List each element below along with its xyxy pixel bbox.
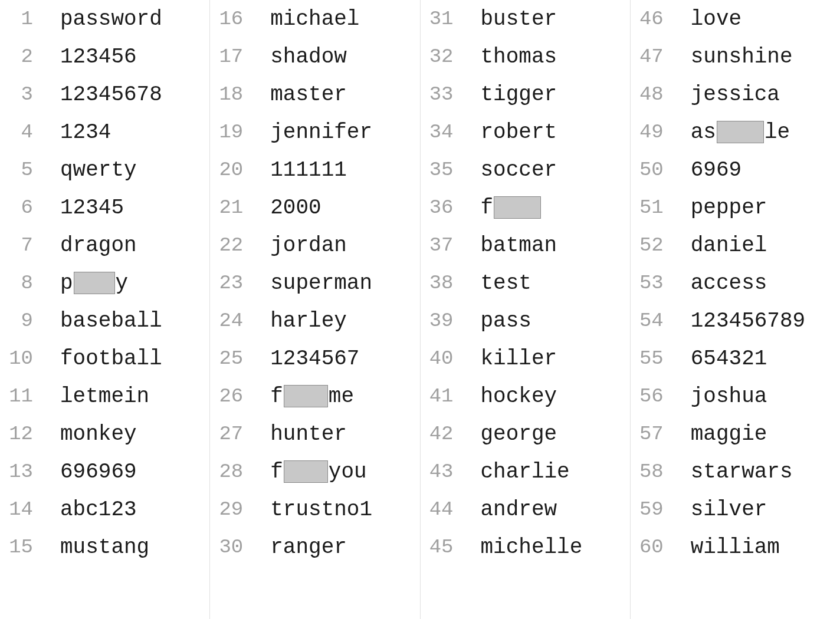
password-value: 12345 [41,196,209,220]
text-suffix: you [329,460,367,484]
list-row: 38test [421,264,630,302]
line-number: 57 [631,423,672,445]
list-row: 39pass [421,302,630,340]
text-prefix: f [270,460,283,484]
redaction-box [284,385,328,407]
password-value: master [251,83,419,107]
password-value: jennifer [251,120,419,144]
line-number: 45 [421,536,462,558]
line-number: 5 [0,159,41,181]
password-value: jordan [251,233,419,258]
list-row: 37batman [421,226,630,264]
list-row: 60william [631,528,840,566]
list-row: 47sunshine [631,38,840,75]
column-1: 1password2123456312345678412345qwerty612… [0,0,210,619]
line-number: 53 [631,272,672,294]
line-number: 56 [631,385,672,407]
list-row: 13696969 [0,453,209,490]
line-number: 13 [0,460,41,483]
password-value: sunshine [672,45,840,69]
password-value: password [41,7,209,31]
line-number: 50 [631,159,672,181]
line-number: 29 [210,498,251,521]
password-value: harley [251,309,419,333]
line-number: 46 [631,8,672,30]
password-list-container: 1password2123456312345678412345qwerty612… [0,0,840,619]
redaction-box [494,196,541,219]
list-row: 40killer [421,340,630,377]
list-row: 18master [210,75,419,113]
line-number: 17 [210,45,251,68]
list-row: 251234567 [210,340,419,377]
line-number: 39 [421,310,462,332]
list-row: 32thomas [421,38,630,75]
line-number: 60 [631,536,672,558]
line-number: 21 [210,196,251,219]
password-value: shadow [251,45,419,69]
line-number: 59 [631,498,672,521]
list-row: 19jennifer [210,113,419,151]
password-value: thomas [462,45,630,69]
password-value: starwars [672,460,840,484]
password-value: daniel [672,233,840,258]
password-value: 654321 [672,347,840,371]
password-value: access [672,271,840,295]
list-row: 59silver [631,490,840,528]
list-row: 212000 [210,189,419,226]
password-value: michael [251,7,419,31]
password-value: soccer [462,158,630,182]
line-number: 41 [421,385,462,407]
line-number: 51 [631,196,672,219]
list-row: 11letmein [0,377,209,415]
password-value: monkey [41,422,209,446]
password-value: dragon [41,233,209,258]
line-number: 48 [631,83,672,106]
line-number: 55 [631,347,672,370]
line-number: 33 [421,83,462,106]
line-number: 18 [210,83,251,106]
list-row: 33tigger [421,75,630,113]
password-value: killer [462,347,630,371]
password-value: batman [462,233,630,258]
line-number: 34 [421,121,462,143]
password-value: letmein [41,384,209,409]
list-row: 49asle [631,113,840,151]
line-number: 9 [0,310,41,332]
list-row: 8py [0,264,209,302]
line-number: 25 [210,347,251,370]
line-number: 4 [0,121,41,143]
redaction-box [74,272,115,294]
password-value: joshua [672,384,840,409]
password-value: fyou [251,460,419,484]
list-row: 53access [631,264,840,302]
text-prefix: f [481,196,494,220]
password-value: pepper [672,196,840,220]
list-row: 28fyou [210,453,419,490]
list-row: 35soccer [421,151,630,189]
line-number: 37 [421,234,462,256]
list-row: 43charlie [421,453,630,490]
password-value: 123456 [41,45,209,69]
text-prefix: p [60,271,73,295]
line-number: 38 [421,272,462,294]
list-row: 41234 [0,113,209,151]
password-value: hockey [462,384,630,409]
password-value: 111111 [251,158,419,182]
line-number: 42 [421,423,462,445]
list-row: 22jordan [210,226,419,264]
password-value: tigger [462,83,630,107]
list-row: 16michael [210,0,419,38]
password-value: pass [462,309,630,333]
text-suffix: me [329,384,354,409]
password-value: asle [672,120,840,144]
list-row: 41hockey [421,377,630,415]
line-number: 27 [210,423,251,445]
list-row: 57maggie [631,415,840,453]
line-number: 19 [210,121,251,143]
password-value: baseball [41,309,209,333]
list-row: 506969 [631,151,840,189]
password-value: hunter [251,422,419,446]
line-number: 12 [0,423,41,445]
list-row: 55654321 [631,340,840,377]
password-value: 2000 [251,196,419,220]
